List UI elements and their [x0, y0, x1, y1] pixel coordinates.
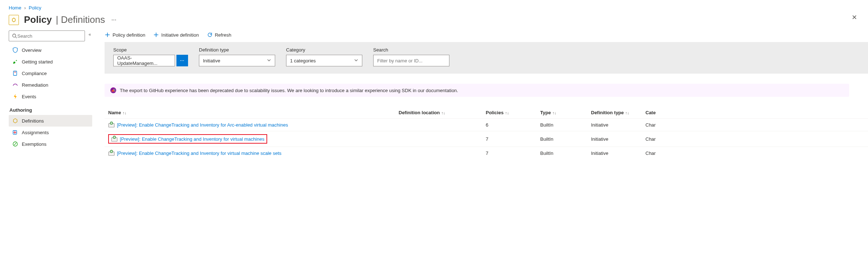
- svg-point-14: [110, 150, 113, 153]
- chevron-down-icon: [354, 58, 358, 63]
- heal-icon: [12, 82, 18, 88]
- breadcrumb-sep: ›: [24, 5, 26, 11]
- table-row[interactable]: [Preview]: Enable ChangeTracking and Inv…: [105, 119, 868, 131]
- deprecation-notice: 📣 The export to GitHub experience has be…: [105, 84, 849, 97]
- sort-indicator-icon: ↑↓: [122, 111, 126, 115]
- filter-bar: Scope OAAS-UpdateManagem... ··· Definiti…: [105, 42, 868, 74]
- svg-point-1: [13, 34, 16, 37]
- definition-link[interactable]: [Preview]: Enable ChangeTracking and Inv…: [117, 122, 288, 128]
- cell-deftype: Initiative: [587, 119, 642, 131]
- collapse-sidebar-button[interactable]: «: [89, 32, 91, 37]
- sidebar-search[interactable]: [9, 30, 85, 41]
- cell-category: Char: [642, 119, 868, 131]
- table-row[interactable]: [Preview]: Enable ChangeTracking and Inv…: [105, 147, 868, 160]
- sort-indicator-icon: ↑↓: [441, 111, 445, 115]
- close-blade-button[interactable]: ✕: [852, 13, 857, 21]
- sidebar-item-label: Remediation: [22, 82, 48, 88]
- category-selector[interactable]: 1 categories: [286, 55, 362, 66]
- cell-definition-location: [395, 131, 482, 147]
- toolbar-label: Refresh: [215, 32, 232, 38]
- category-label: Category: [286, 47, 362, 53]
- filter-search-input[interactable]: [377, 58, 445, 63]
- column-category[interactable]: Cate: [642, 107, 868, 119]
- sidebar-item-remediation[interactable]: Remediation: [9, 79, 92, 91]
- refresh-button[interactable]: Refresh: [207, 32, 232, 38]
- initiative-icon: [108, 121, 115, 128]
- cell-name: [Preview]: Enable ChangeTracking and Inv…: [105, 131, 395, 147]
- plus-icon: [153, 32, 159, 38]
- cell-category: Char: [642, 131, 868, 147]
- category-value: 1 categories: [290, 58, 316, 63]
- sidebar-section-authoring: Authoring: [9, 102, 94, 115]
- document-icon: [12, 70, 18, 76]
- svg-point-10: [110, 122, 113, 124]
- sidebar-item-label: Definitions: [22, 118, 44, 124]
- deftype-label: Definition type: [199, 47, 275, 53]
- breadcrumb-policy[interactable]: Policy: [29, 5, 41, 11]
- search-icon: [12, 33, 17, 39]
- breadcrumb-home[interactable]: Home: [9, 5, 21, 11]
- sidebar-item-definitions[interactable]: Definitions: [9, 115, 92, 127]
- sidebar-item-getting-started[interactable]: Getting started: [9, 56, 92, 67]
- sort-indicator-icon: ↑↓: [505, 111, 509, 115]
- definitions-table: Name↑↓ Definition location↑↓ Policies↑↓ …: [105, 107, 868, 159]
- exemption-icon: [12, 141, 18, 147]
- sidebar-item-label: Compliance: [22, 71, 47, 76]
- search-label: Search: [373, 47, 449, 53]
- svg-line-2: [16, 37, 17, 38]
- cell-policies: 7: [482, 147, 537, 160]
- deftype-selector[interactable]: Initiative: [199, 55, 275, 66]
- table-row[interactable]: [Preview]: Enable ChangeTracking and Inv…: [105, 131, 868, 147]
- cell-definition-location: [395, 119, 482, 131]
- column-policies[interactable]: Policies↑↓: [482, 107, 537, 119]
- scope-label: Scope: [113, 47, 188, 53]
- column-definition-location[interactable]: Definition location↑↓: [395, 107, 482, 119]
- cell-name: [Preview]: Enable ChangeTracking and Inv…: [105, 147, 395, 160]
- initiative-icon: [108, 150, 115, 156]
- policy-icon: [9, 15, 19, 25]
- cell-name: [Preview]: Enable ChangeTracking and Inv…: [105, 119, 395, 131]
- sidebar-item-label: Overview: [22, 48, 41, 53]
- filter-search-box[interactable]: [373, 55, 449, 66]
- sort-indicator-icon: ↑↓: [552, 111, 556, 115]
- definition-link[interactable]: [Preview]: Enable ChangeTracking and Inv…: [117, 151, 281, 156]
- sidebar-item-compliance[interactable]: Compliance: [9, 67, 92, 79]
- scope-picker-button[interactable]: ···: [176, 55, 188, 66]
- sidebar-item-events[interactable]: Events: [9, 91, 92, 102]
- svg-marker-0: [12, 18, 15, 22]
- cell-type: BuiltIn: [537, 147, 587, 160]
- page-title: Policy: [24, 14, 52, 25]
- cell-category: Char: [642, 147, 868, 160]
- cell-deftype: Initiative: [587, 131, 642, 147]
- sidebar-item-overview[interactable]: Overview: [9, 44, 92, 56]
- svg-marker-5: [13, 119, 17, 123]
- cell-policies: 6: [482, 119, 537, 131]
- sidebar-item-label: Events: [22, 94, 36, 99]
- svg-line-8: [14, 143, 16, 145]
- more-actions-button[interactable]: ···: [111, 17, 117, 22]
- notice-text: The export to GitHub experience has been…: [120, 88, 458, 93]
- megaphone-icon: 📣: [110, 87, 116, 93]
- shield-icon: [12, 47, 18, 53]
- definition-icon: [12, 118, 18, 124]
- cell-deftype: Initiative: [587, 147, 642, 160]
- cell-policies: 7: [482, 131, 537, 147]
- sidebar-search-input[interactable]: [17, 33, 82, 39]
- rocket-icon: [12, 59, 18, 65]
- sidebar-item-exemptions[interactable]: Exemptions: [9, 138, 92, 150]
- page-header: Policy | Definitions ··· ✕: [0, 11, 868, 30]
- add-policy-definition-button[interactable]: Policy definition: [105, 32, 145, 38]
- column-definition-type[interactable]: Definition type↑↓: [587, 107, 642, 119]
- column-name[interactable]: Name↑↓: [105, 107, 395, 119]
- definition-link[interactable]: [Preview]: Enable ChangeTracking and Inv…: [108, 134, 267, 144]
- column-type[interactable]: Type↑↓: [537, 107, 587, 119]
- initiative-icon: [111, 136, 118, 142]
- main-content: Policy definition Initiative definition …: [94, 30, 868, 270]
- svg-point-12: [113, 136, 116, 139]
- deftype-value: Initiative: [203, 58, 220, 63]
- sidebar-item-label: Getting started: [22, 59, 53, 65]
- add-initiative-definition-button[interactable]: Initiative definition: [153, 32, 199, 38]
- sidebar-item-assignments[interactable]: Assignments: [9, 127, 92, 138]
- scope-selector[interactable]: OAAS-UpdateManagem...: [113, 55, 175, 66]
- cell-definition-location: [395, 147, 482, 160]
